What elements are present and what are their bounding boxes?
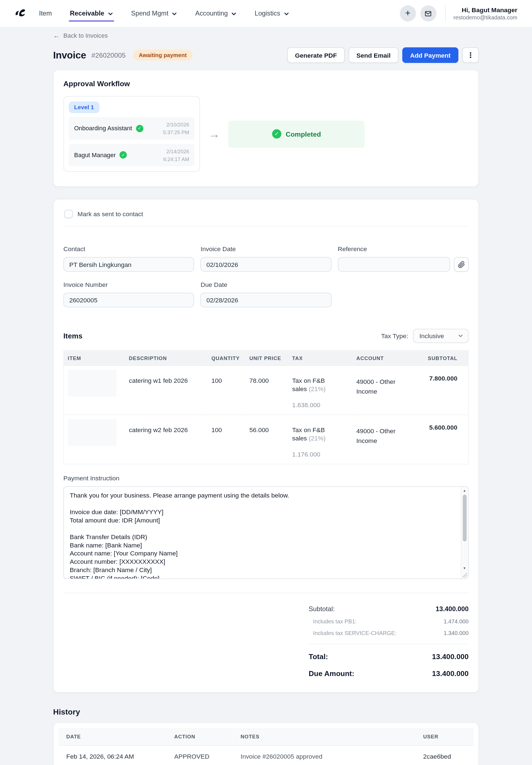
reference-input[interactable] [338, 257, 450, 272]
user-block: Hi, Bagut Manager restodemo@tikadata.com [453, 6, 517, 21]
totals-block: Subtotal: 13.400.000 Includes tax PB1: 1… [309, 593, 469, 677]
check-circle-icon: ✓ [120, 151, 127, 159]
scrollbar-thumb[interactable] [462, 494, 466, 541]
invoice-date-label: Invoice Date [201, 245, 331, 253]
arrow-right-icon: → [208, 128, 220, 140]
column-header-quantity: QUANTITY [208, 351, 246, 366]
quick-add-button[interactable]: + [400, 5, 416, 21]
add-payment-button[interactable]: Add Payment [402, 47, 459, 63]
item-tax: Tax on F&B sales (21%) 1.638.000 [288, 366, 352, 414]
tax-type-label: Tax Type: [381, 332, 408, 340]
invoice-detail-card: Mark as sent to contact Contact Invoice … [53, 199, 479, 692]
generate-pdf-button[interactable]: Generate PDF [287, 47, 345, 63]
resize-grip[interactable] [462, 572, 467, 577]
approval-heading: Approval Workflow [63, 80, 469, 88]
mail-icon [424, 9, 432, 17]
history-table: DATE ACTION NOTES USER Feb 14, 2026, 06:… [59, 728, 473, 765]
item-quantity: 100 [208, 366, 246, 414]
item-account: 49000 - Other Income [356, 426, 405, 446]
column-header-date: DATE [59, 728, 166, 745]
approver-name: Bagut Manager ✓ [74, 151, 127, 159]
plus-icon: + [405, 8, 411, 17]
items-table: ITEM DESCRIPTION QUANTITY UNIT PRICE TAX… [63, 351, 469, 464]
send-email-button[interactable]: Send Email [348, 47, 398, 63]
nav-item-accounting[interactable]: Accounting [195, 0, 237, 27]
page-header: Invoice #26020005 Awaiting payment Gener… [53, 47, 479, 63]
items-header: Items Tax Type: Inclusive [63, 329, 469, 343]
invoice-number-field: Invoice Number [63, 281, 194, 308]
scroll-up-icon[interactable]: ▲ [461, 487, 468, 493]
back-link[interactable]: ← Back to Invoices [53, 32, 108, 39]
contact-field: Contact [63, 245, 194, 272]
subtotal-row: Subtotal: 13.400.000 [309, 605, 469, 612]
mark-sent-checkbox[interactable] [64, 210, 73, 218]
scroll-down-icon[interactable]: ▼ [461, 565, 468, 571]
item-subtotal: 5.600.000 [417, 414, 468, 464]
item-unit-price: 78.000 [246, 366, 288, 414]
approver-date: 2/14/2026 [167, 148, 189, 154]
user-email: restodemo@tikadata.com [453, 15, 517, 21]
payment-instruction-textarea[interactable]: Thank you for your business. Please arra… [63, 486, 469, 579]
messages-button[interactable] [420, 5, 436, 21]
history-date: Feb 14, 2026, 06:24 AM [59, 745, 166, 765]
nav-item-spend-mgmt[interactable]: Spend Mgmt [131, 0, 177, 27]
kebab-icon: ⋮ [467, 51, 474, 59]
chevron-down-icon [458, 333, 463, 339]
header-actions: Generate PDF Send Email Add Payment ⋮ [287, 47, 479, 63]
item-row: catering w2 feb 2026 100 56.000 Tax on F… [64, 414, 469, 464]
nav-item-logistics[interactable]: Logistics [255, 0, 289, 27]
reference-label: Reference [338, 245, 469, 253]
check-circle-icon: ✓ [136, 125, 143, 132]
approval-level-card: Level 1 Onboarding Assistant ✓ 2/10/2026… [63, 96, 200, 172]
invoice-date-input[interactable] [201, 257, 331, 272]
divider [445, 5, 445, 22]
nav-item-item[interactable]: Item [39, 0, 52, 27]
history-card: DATE ACTION NOTES USER Feb 14, 2026, 06:… [53, 722, 479, 765]
invoice-number: #26020005 [91, 51, 126, 59]
scrollbar[interactable]: ▲ ▼ [461, 487, 468, 578]
logo-icon [14, 7, 27, 20]
payment-instruction-label: Payment Instruction [63, 474, 469, 482]
items-table-header: ITEM DESCRIPTION QUANTITY UNIT PRICE TAX… [64, 351, 469, 366]
due-date-input[interactable] [201, 293, 331, 308]
item-thumbnail [68, 419, 117, 446]
reference-field: Reference [338, 245, 469, 272]
main-content: ← Back to Invoices Invoice #26020005 Awa… [53, 27, 479, 765]
item-thumbnail [68, 370, 117, 396]
tax-included-row: Includes tax SERVICE-CHARGE: 1.340.000 [309, 630, 469, 636]
level-badge: Level 1 [69, 101, 99, 113]
history-action: APPROVED [167, 745, 233, 765]
page-root: Item Receivable Spend Mgmt Accounting Lo… [0, 0, 532, 765]
mark-sent-row: Mark as sent to contact [63, 210, 469, 218]
history-heading: History [53, 708, 479, 716]
invoice-number-input[interactable] [63, 293, 194, 308]
divider [309, 644, 469, 644]
main-nav: Item Receivable Spend Mgmt Accounting Lo… [39, 0, 289, 27]
check-circle-icon: ✓ [272, 129, 281, 138]
item-description: catering w2 feb 2026 [125, 414, 208, 464]
column-header-description: DESCRIPTION [125, 351, 208, 366]
invoice-date-field: Invoice Date [201, 245, 331, 272]
attach-file-button[interactable] [454, 257, 469, 272]
history-user: 2cae6bed [415, 745, 473, 765]
history-notes: Invoice #26020005 approved [233, 745, 415, 765]
approver-row: Bagut Manager ✓ 2/14/2026 6:24:17 AM [69, 144, 195, 166]
contact-input[interactable] [63, 257, 194, 272]
more-actions-button[interactable]: ⋮ [462, 47, 479, 63]
topbar-right: + Hi, Bagut Manager restodemo@tikadata.c… [395, 5, 517, 22]
nav-item-receivable[interactable]: Receivable [70, 0, 113, 27]
payment-instruction-text: Thank you for your business. Please arra… [64, 487, 468, 579]
tax-type-group: Tax Type: Inclusive [381, 329, 469, 343]
item-unit-price: 56.000 [246, 414, 288, 464]
tax-type-select[interactable]: Inclusive [413, 329, 469, 343]
user-greeting: Hi, Bagut Manager [453, 6, 517, 14]
item-subtotal: 7.800.000 [417, 366, 468, 414]
chevron-down-icon [108, 11, 113, 16]
approval-flow: Level 1 Onboarding Assistant ✓ 2/10/2026… [63, 96, 469, 172]
workflow-status-label: Completed [286, 130, 321, 138]
chevron-down-icon [172, 11, 177, 16]
item-description: catering w1 feb 2026 [125, 366, 208, 414]
approver-name: Onboarding Assistant ✓ [74, 125, 143, 132]
back-arrow-icon: ← [53, 32, 60, 39]
item-tax-amount: 1.176.000 [292, 450, 348, 457]
